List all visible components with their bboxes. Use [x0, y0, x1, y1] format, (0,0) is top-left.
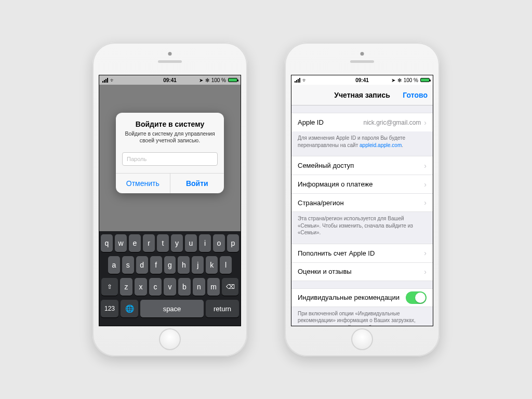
key-s[interactable]: s	[122, 256, 134, 274]
recommendations-toggle[interactable]	[406, 291, 427, 304]
key-x[interactable]: x	[135, 278, 147, 296]
chevron-right-icon: ›	[424, 180, 427, 189]
key-g[interactable]: g	[164, 256, 176, 274]
key-j[interactable]: j	[192, 256, 204, 274]
key-h[interactable]: h	[178, 256, 190, 274]
row-label: Страна/регион	[298, 199, 344, 207]
table-row[interactable]: Страна/регион›	[291, 193, 433, 212]
status-time: 09:41	[291, 77, 433, 83]
group-recommendations: Индивидуальные рекомендации	[291, 288, 433, 307]
key-l[interactable]: l	[220, 256, 232, 274]
row-label: Пополнить счет Apple ID	[298, 249, 375, 257]
key-i[interactable]: i	[199, 234, 211, 252]
confirm-button[interactable]: Войти	[170, 174, 224, 193]
key-t[interactable]: t	[157, 234, 169, 252]
done-button[interactable]: Готово	[403, 91, 428, 99]
keyboard: qwertyuiop asdfghjkl ⇧ zxcvbnm ⌫ 123 🌐 s…	[99, 231, 241, 326]
group-credit-reviews: Пополнить счет Apple ID›Оценки и отзывы›	[291, 244, 433, 281]
screen-account: ᯤ 09:41 ➤ ✻ 100 % Учетная запись Готово …	[291, 75, 433, 326]
chevron-right-icon: ›	[424, 118, 427, 127]
screen-login: ᯤ 09:41 ➤ ✻ 100 % Загрузка… Войдите в си…	[99, 75, 241, 326]
table-row[interactable]: Оценки и отзывы›	[291, 262, 433, 281]
nav-title: Учетная запись	[334, 91, 390, 99]
group-footer: Для изменения Apple ID и пароля Вы будет…	[291, 131, 433, 149]
key-e[interactable]: e	[129, 234, 141, 252]
login-modal: Войдите в систему Войдите в систему для …	[116, 113, 224, 193]
table-row[interactable]: Семейный доступ›	[291, 156, 433, 175]
password-field[interactable]	[122, 152, 218, 166]
row-apple-id[interactable]: Apple ID nick.gric@gmail.com ›	[291, 113, 433, 131]
return-key[interactable]: return	[206, 300, 239, 317]
iphone-mockup-left: ᯤ 09:41 ➤ ✻ 100 % Загрузка… Войдите в си…	[92, 43, 247, 356]
apple-id-value: nick.gric@gmail.com	[363, 119, 421, 126]
globe-key[interactable]: 🌐	[121, 300, 138, 317]
key-n[interactable]: n	[193, 278, 205, 296]
group-apple-id: Apple ID nick.gric@gmail.com › Для измен…	[291, 113, 433, 149]
iphone-mockup-right: ᯤ 09:41 ➤ ✻ 100 % Учетная запись Готово …	[285, 43, 440, 356]
key-d[interactable]: d	[136, 256, 148, 274]
table-row[interactable]: Пополнить счет Apple ID›	[291, 244, 433, 262]
chevron-right-icon: ›	[424, 198, 427, 207]
key-w[interactable]: w	[115, 234, 127, 252]
battery-icon	[420, 78, 430, 82]
chevron-right-icon: ›	[424, 249, 427, 257]
key-p[interactable]: p	[227, 234, 239, 252]
key-c[interactable]: c	[149, 278, 162, 296]
status-time: 09:41	[99, 77, 241, 83]
row-label: Информация о платеже	[298, 180, 373, 188]
space-key[interactable]: space	[140, 300, 204, 317]
modal-title: Войдите в систему	[123, 120, 217, 128]
cancel-button[interactable]: Отменить	[116, 174, 170, 193]
key-v[interactable]: v	[164, 278, 176, 296]
key-z[interactable]: z	[120, 278, 132, 296]
key-k[interactable]: k	[206, 256, 218, 274]
key-o[interactable]: o	[213, 234, 225, 252]
backspace-key[interactable]: ⌫	[222, 278, 238, 296]
row-label: Индивидуальные рекомендации	[298, 294, 400, 301]
key-u[interactable]: u	[185, 234, 197, 252]
status-bar: ᯤ 09:41 ➤ ✻ 100 %	[291, 75, 433, 85]
group-account-info: Семейный доступ›Информация о платеже›Стр…	[291, 156, 433, 212]
battery-icon	[228, 78, 237, 82]
key-r[interactable]: r	[143, 234, 155, 252]
group-footer: Эта страна/регион используется для Вашей…	[291, 212, 433, 236]
row-label: Apple ID	[298, 118, 324, 126]
status-bar: ᯤ 09:41 ➤ ✻ 100 %	[99, 75, 241, 85]
home-button[interactable]	[351, 328, 373, 350]
key-q[interactable]: q	[101, 234, 113, 252]
key-f[interactable]: f	[150, 256, 162, 274]
key-y[interactable]: y	[171, 234, 183, 252]
group-footer: При включенной опции «Индивидуальные рек…	[291, 307, 433, 326]
shift-key[interactable]: ⇧	[101, 278, 118, 296]
chevron-right-icon: ›	[424, 162, 427, 170]
appleid-link[interactable]: appleid.apple.com	[360, 142, 402, 148]
chevron-right-icon: ›	[424, 268, 427, 276]
row-label: Оценки и отзывы	[298, 268, 352, 275]
key-b[interactable]: b	[178, 278, 191, 296]
numbers-key[interactable]: 123	[101, 300, 118, 317]
table-row[interactable]: Информация о платеже›	[291, 175, 433, 193]
modal-message: Войдите в систему для управления своей у…	[123, 130, 217, 144]
key-a[interactable]: a	[108, 256, 120, 274]
nav-bar: Учетная запись Готово	[291, 85, 433, 105]
key-m[interactable]: m	[207, 278, 220, 296]
row-label: Семейный доступ	[298, 162, 354, 169]
row-recommendations: Индивидуальные рекомендации	[291, 288, 433, 307]
settings-table: Apple ID nick.gric@gmail.com › Для измен…	[291, 105, 433, 326]
home-button[interactable]	[159, 328, 181, 350]
